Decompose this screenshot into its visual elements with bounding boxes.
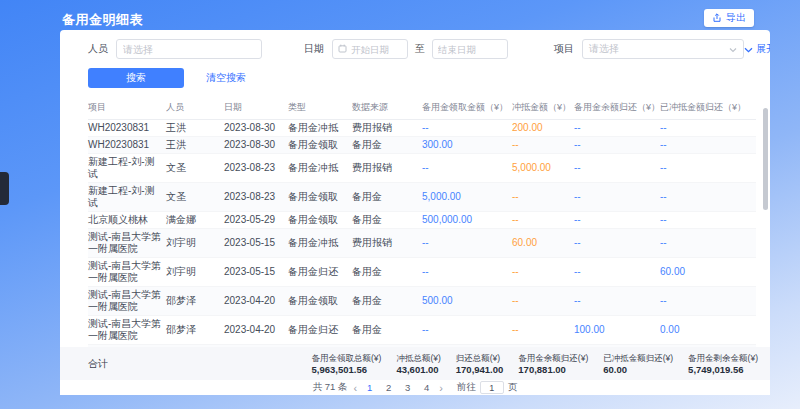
table-cell: 500,000.00 [422,212,512,229]
pagination-bar: 共 71 条 ‹ 1234 › 前往 页 [60,380,770,395]
export-button[interactable]: 导出 [704,9,754,27]
export-label: 导出 [726,11,746,25]
table-cell: 2023-04-20 [224,316,288,345]
column-header: 数据来源 [352,96,422,120]
project-select-placeholder: 请选择 [589,42,619,56]
vertical-scrollbar-thumb[interactable] [763,108,768,210]
table-cell: 备用金归还 [288,316,352,345]
sidebar-collapsed-handle[interactable] [0,172,9,205]
table-cell: 5,000.00 [422,183,512,212]
table-cell: -- [574,154,660,183]
clear-search-link[interactable]: 清空搜索 [206,71,246,85]
date-start-input[interactable] [351,44,402,55]
filter-bar: 人员 日期 至 项目 请选择 [88,39,756,59]
table-cell: -- [660,154,756,183]
page-number-button[interactable]: 4 [420,382,433,393]
table-cell: 邵梦泽 [166,316,224,345]
content-card: 人员 日期 至 项目 请选择 [60,30,770,395]
project-select[interactable]: 请选择 [582,39,744,59]
table-row: WH20230831王洪2023-08-30备用金冲抵费用报销--200.00-… [88,120,756,137]
table-row: 新建工程-刘-测试文圣2023-08-23备用金领取备用金5,000.00---… [88,183,756,212]
summary-stat: 备用金剩余金额(¥)5,749,019.56 [688,353,758,375]
table-cell: 0.00 [660,316,756,345]
chevron-down-icon [729,44,737,55]
table-cell: -- [660,183,756,212]
table-cell: 备用金领取 [288,287,352,316]
goto-suffix: 页 [508,381,518,394]
summary-stat: 备用金余额归还(¥)170,881.00 [518,353,588,375]
summary-stat: 归还总额(¥)170,941.00 [456,353,504,375]
page-number-button[interactable]: 3 [401,382,414,393]
table-cell: 备用金 [352,137,422,154]
table-cell: 60.00 [512,229,574,258]
date-filter-label: 日期 [304,42,324,56]
table-cell: 5,000.00 [512,154,574,183]
table-cell: -- [574,229,660,258]
table-cell: -- [574,258,660,287]
table-cell: 备用金 [352,316,422,345]
table-cell: 备用金 [352,183,422,212]
table-cell: 备用金 [352,212,422,229]
summary-row: 合计 备用金领取总额(¥)5,963,501.56冲抵总额(¥)43,601.0… [60,347,770,380]
table-cell: 300.00 [422,137,512,154]
pagination-total: 共 71 条 [313,381,348,394]
column-header: 类型 [288,96,352,120]
action-bar: 搜索 清空搜索 [88,68,770,88]
project-filter-label: 项目 [554,42,574,56]
table-cell: 备用金冲抵 [288,229,352,258]
table-cell: -- [512,137,574,154]
table-cell: 邵梦泽 [166,287,224,316]
table-cell: WH20230831 [88,120,166,137]
column-header: 项目 [88,96,166,120]
table-cell: 备用金 [352,287,422,316]
table-cell: 新建工程-刘-测试 [88,183,166,212]
table-cell: 满金娜 [166,212,224,229]
column-header: 已冲抵金额归还（¥） [660,96,756,120]
table-cell: 2023-05-15 [224,258,288,287]
date-filter-group: 日期 至 [304,39,508,59]
column-header: 冲抵金额（¥） [512,96,574,120]
table-cell: -- [422,258,512,287]
date-range-separator: 至 [415,42,425,56]
next-page-button[interactable]: › [439,383,443,393]
table-cell: WH20230831 [88,137,166,154]
search-button[interactable]: 搜索 [88,68,184,88]
project-filter-group: 项目 请选择 [554,39,744,59]
goto-page-input[interactable] [480,381,504,394]
date-end-picker[interactable] [432,39,508,59]
column-header: 人员 [166,96,224,120]
column-header: 备用金余额归还（¥） [574,96,660,120]
table-cell: -- [574,183,660,212]
table-row: 测试-南昌大学第一附属医院刘宇明2023-05-15备用金归还备用金------… [88,258,756,287]
table-cell: 备用金领取 [288,212,352,229]
table-cell: 北京顺义桃林 [88,212,166,229]
table-cell: -- [512,183,574,212]
table-cell: 2023-08-23 [224,183,288,212]
table-cell: -- [422,120,512,137]
table-cell: 测试-南昌大学第一附属医院 [88,287,166,316]
table-cell: 备用金 [352,258,422,287]
table-cell: 刘宇明 [166,258,224,287]
summary-stat: 备用金领取总额(¥)5,963,501.56 [312,353,382,375]
date-start-picker[interactable] [332,39,408,59]
table-cell: 2023-08-23 [224,154,288,183]
person-select-input[interactable] [116,39,262,59]
table-cell: 文圣 [166,183,224,212]
table-cell: 2023-04-20 [224,287,288,316]
export-icon [712,13,722,23]
page-number-button[interactable]: 2 [382,382,395,393]
date-end-input[interactable] [438,44,502,55]
table-cell: -- [660,287,756,316]
page-number-button[interactable]: 1 [363,382,376,393]
table-cell: 测试-南昌大学第一附属医院 [88,316,166,345]
table-cell: -- [574,287,660,316]
table-cell: -- [574,120,660,137]
table-cell: 测试-南昌大学第一附属医院 [88,258,166,287]
table-cell: 新建工程-刘-测试 [88,154,166,183]
table-cell: 500.00 [422,287,512,316]
table-cell: 刘宇明 [166,229,224,258]
summary-stat: 已冲抵金额归还(¥)60.00 [603,353,673,375]
prev-page-button[interactable]: ‹ [354,383,358,393]
expand-filters-link[interactable]: 展开筛选 [744,42,770,56]
goto-prefix: 前往 [457,381,476,394]
